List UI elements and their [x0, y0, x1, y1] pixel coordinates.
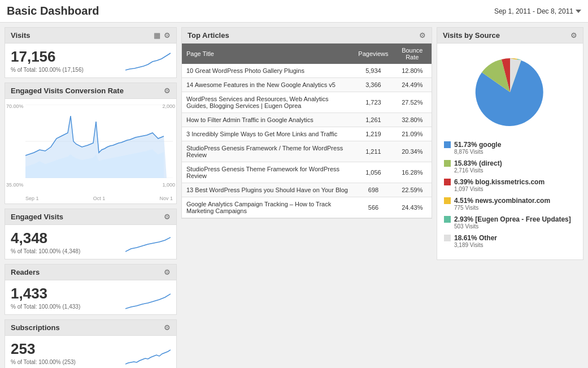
article-title: StudioPress Genesis Theme Framework for … [182, 162, 354, 183]
article-title: WordPress Services and Resources, Web An… [182, 92, 354, 113]
conversion-chart-svg [25, 105, 173, 178]
article-bounce: 20.34% [393, 141, 432, 162]
legend-item: 18.61% Other 3,189 Visits [444, 234, 576, 248]
visits-info: 17,156 % of Total: 100.00% (17,156) [11, 48, 125, 73]
top-articles-title: Top Articles [188, 31, 229, 40]
table-row: Google Analytics Campaign Tracking – How… [182, 197, 432, 218]
subscriptions-sparkline [125, 343, 171, 365]
engaged-sub: % of Total: 100.00% (4,348) [11, 248, 80, 254]
visits-widget-header: Visits ▦ ⚙ [5, 28, 176, 44]
conversion-settings-icon[interactable]: ⚙ [164, 86, 171, 95]
legend-text: 18.61% Other 3,189 Visits [454, 234, 497, 248]
y-label-max: 70.00% [6, 103, 24, 109]
engaged-value: 4,348 [11, 230, 80, 247]
visits-by-source-widget: Visits by Source ⚙ [437, 27, 583, 260]
table-row: 3 Incredibly Simple Ways to Get More Lin… [182, 127, 432, 141]
engaged-settings-icon[interactable]: ⚙ [164, 213, 171, 221]
source-widget-title: Visits by Source [443, 31, 500, 40]
readers-settings-icon[interactable]: ⚙ [164, 268, 171, 276]
legend-visits: 8,876 Visits [454, 149, 501, 155]
legend-color-swatch [444, 160, 451, 167]
readers-widget: Readers ⚙ 1,433 % of Total: 100.00% (1,4… [5, 264, 177, 315]
article-bounce: 24.49% [393, 78, 432, 92]
article-bounce: 22.59% [393, 183, 432, 197]
x-label-sep: Sep 1 [25, 196, 39, 201]
article-bounce: 27.52% [393, 92, 432, 113]
articles-table-header-row: Page Title Pageviews Bounce Rate [182, 44, 432, 64]
subscriptions-widget: Subscriptions ⚙ 253 % of Total: 100.00% … [5, 319, 177, 368]
middle-column: Top Articles ⚙ Page Title Pageviews Boun… [181, 27, 432, 368]
pie-chart-container [437, 44, 583, 136]
readers-info: 1,433 % of Total: 100.00% (1,433) [11, 285, 80, 310]
article-bounce: 32.80% [393, 113, 432, 127]
legend: 51.73% google 8,876 Visits 15.83% (direc… [437, 136, 583, 259]
article-title: 14 Awesome Features in the New Google An… [182, 78, 354, 92]
legend-item: 51.73% google 8,876 Visits [444, 141, 576, 155]
legend-label: 6.39% blog.kissmetrics.com [454, 178, 545, 186]
x-label-nov: Nov 1 [159, 196, 173, 201]
settings-icon[interactable]: ⚙ [164, 31, 171, 40]
date-range-text: Sep 1, 2011 - Dec 8, 2011 [494, 7, 573, 15]
legend-text: 4.51% news.ycombinator.com 775 Visits [454, 197, 550, 211]
readers-sparkline [125, 287, 171, 310]
legend-item: 6.39% blog.kissmetrics.com 1,097 Visits [444, 178, 576, 192]
legend-label: 4.51% news.ycombinator.com [454, 197, 550, 205]
y-right-max: 2,000 [162, 103, 175, 109]
article-title: Google Analytics Campaign Tracking – How… [182, 197, 354, 218]
table-row: 14 Awesome Features in the New Google An… [182, 78, 432, 92]
y-right-mid: 1,000 [162, 182, 175, 188]
legend-color-swatch [444, 197, 451, 204]
engaged-visits-header: Engaged Visits ⚙ [5, 209, 176, 225]
subscriptions-body: 253 % of Total: 100.00% (253) [5, 336, 176, 368]
engaged-sparkline [125, 232, 171, 254]
visits-widget-body: 17,156 % of Total: 100.00% (17,156) [5, 44, 176, 77]
page-title: Basic Dashboard [7, 5, 99, 18]
source-settings-icon[interactable]: ⚙ [570, 31, 577, 40]
table-row: StudioPress Genesis Framework / Theme fo… [182, 141, 432, 162]
article-pageviews: 1,723 [354, 92, 393, 113]
legend-text: 15.83% (direct) 2,716 Visits [454, 159, 502, 174]
readers-value: 1,433 [11, 285, 80, 302]
article-bounce: 21.09% [393, 127, 432, 141]
table-row: How to Filter Admin Traffic in Google An… [182, 113, 432, 127]
article-title: How to Filter Admin Traffic in Google An… [182, 113, 354, 127]
article-pageviews: 1,261 [354, 113, 393, 127]
table-icon[interactable]: ▦ [154, 31, 160, 40]
legend-item: 15.83% (direct) 2,716 Visits [444, 159, 576, 174]
conversion-widget-header: Engaged Visits Conversion Rate ⚙ [5, 83, 176, 99]
legend-visits: 2,716 Visits [454, 167, 502, 174]
left-column: Visits ▦ ⚙ 17,156 % of Total: 100.00% (1… [5, 27, 177, 368]
legend-label: 51.73% google [454, 141, 501, 149]
conversion-widget-title: Engaged Visits Conversion Rate [11, 86, 124, 95]
y-label-mid: 35.00% [6, 182, 24, 188]
chevron-down-icon [576, 10, 581, 13]
readers-title: Readers [11, 268, 40, 276]
date-range[interactable]: Sep 1, 2011 - Dec 8, 2011 [494, 7, 581, 15]
articles-settings-icon[interactable]: ⚙ [419, 31, 426, 40]
article-title: 10 Great WordPress Photo Gallery Plugins [182, 64, 354, 78]
visits-widget-title: Visits [11, 31, 30, 40]
subscriptions-settings-icon[interactable]: ⚙ [164, 323, 171, 332]
legend-visits: 503 Visits [454, 223, 571, 230]
top-articles-widget: Top Articles ⚙ Page Title Pageviews Boun… [181, 27, 432, 219]
right-column: Visits by Source ⚙ [437, 27, 583, 368]
article-pageviews: 3,366 [354, 78, 393, 92]
readers-sub: % of Total: 100.00% (1,433) [11, 304, 80, 310]
visits-widget: Visits ▦ ⚙ 17,156 % of Total: 100.00% (1… [5, 27, 177, 78]
visits-sparkline-svg [125, 50, 171, 73]
article-bounce: 24.43% [393, 197, 432, 218]
table-row: StudioPress Genesis Theme Framework for … [182, 162, 432, 183]
subscriptions-sparkline-svg [125, 343, 171, 365]
source-widget-header: Visits by Source ⚙ [437, 28, 583, 44]
article-title: 13 Best WordPress Plugins you Should Hav… [182, 183, 354, 197]
legend-color-swatch [444, 216, 451, 223]
article-bounce: 16.28% [393, 162, 432, 183]
articles-table: Page Title Pageviews Bounce Rate 10 Grea… [182, 44, 432, 218]
visits-sub: % of Total: 100.00% (17,156) [11, 67, 125, 73]
pie-chart-svg [465, 53, 555, 132]
subscriptions-header: Subscriptions ⚙ [5, 320, 176, 336]
table-row: WordPress Services and Resources, Web An… [182, 92, 432, 113]
article-bounce: 12.80% [393, 64, 432, 78]
legend-color-swatch [444, 141, 451, 148]
engaged-visits-widget: Engaged Visits ⚙ 4,348 % of Total: 100.0… [5, 209, 177, 259]
